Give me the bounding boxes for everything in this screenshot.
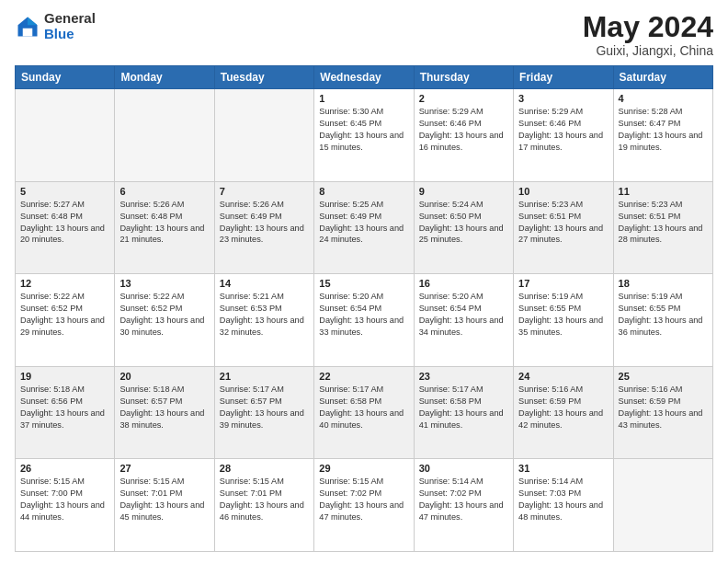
logo-icon <box>15 14 40 40</box>
day-number: 24 <box>518 371 608 382</box>
table-row: 23Sunrise: 5:17 AM Sunset: 6:58 PM Dayli… <box>414 366 513 459</box>
table-row: 16Sunrise: 5:20 AM Sunset: 6:54 PM Dayli… <box>414 274 513 367</box>
table-row: 5Sunrise: 5:27 AM Sunset: 6:48 PM Daylig… <box>16 181 115 274</box>
table-row: 20Sunrise: 5:18 AM Sunset: 6:57 PM Dayli… <box>115 366 214 459</box>
table-row: 24Sunrise: 5:16 AM Sunset: 6:59 PM Dayli… <box>514 366 613 459</box>
day-info: Sunrise: 5:17 AM Sunset: 6:58 PM Dayligh… <box>319 384 408 431</box>
table-row: 12Sunrise: 5:22 AM Sunset: 6:52 PM Dayli… <box>16 274 115 367</box>
table-row: 18Sunrise: 5:19 AM Sunset: 6:55 PM Dayli… <box>613 274 712 367</box>
day-info: Sunrise: 5:15 AM Sunset: 7:00 PM Dayligh… <box>20 476 109 523</box>
table-row: 28Sunrise: 5:15 AM Sunset: 7:01 PM Dayli… <box>214 459 313 552</box>
table-row: 1Sunrise: 5:30 AM Sunset: 6:45 PM Daylig… <box>314 89 414 182</box>
header: General Blue May 2024 Guixi, Jiangxi, Ch… <box>15 11 713 58</box>
calendar-table: Sunday Monday Tuesday Wednesday Thursday… <box>15 65 713 552</box>
day-number: 5 <box>20 186 109 197</box>
table-row: 13Sunrise: 5:22 AM Sunset: 6:52 PM Dayli… <box>115 274 214 367</box>
day-info: Sunrise: 5:17 AM Sunset: 6:57 PM Dayligh… <box>220 384 309 431</box>
day-number: 27 <box>119 463 209 474</box>
day-number: 26 <box>20 463 109 474</box>
calendar-week-row: 5Sunrise: 5:27 AM Sunset: 6:48 PM Daylig… <box>16 181 713 274</box>
table-row: 19Sunrise: 5:18 AM Sunset: 6:56 PM Dayli… <box>16 366 115 459</box>
day-info: Sunrise: 5:29 AM Sunset: 6:46 PM Dayligh… <box>518 106 608 154</box>
logo-general-label: General <box>44 11 96 27</box>
day-number: 23 <box>419 371 508 382</box>
day-number: 28 <box>220 463 309 474</box>
header-friday: Friday <box>514 66 613 89</box>
svg-rect-2 <box>23 28 33 36</box>
table-row: 27Sunrise: 5:15 AM Sunset: 7:01 PM Dayli… <box>115 459 214 552</box>
header-saturday: Saturday <box>613 66 712 89</box>
day-info: Sunrise: 5:26 AM Sunset: 6:49 PM Dayligh… <box>220 199 309 247</box>
table-row: 26Sunrise: 5:15 AM Sunset: 7:00 PM Dayli… <box>16 459 115 552</box>
day-info: Sunrise: 5:20 AM Sunset: 6:54 PM Dayligh… <box>319 291 408 339</box>
day-number: 21 <box>220 371 309 382</box>
day-number: 18 <box>619 278 708 289</box>
title-block: May 2024 Guixi, Jiangxi, China <box>583 11 713 58</box>
day-info: Sunrise: 5:23 AM Sunset: 6:51 PM Dayligh… <box>518 199 608 247</box>
day-number: 30 <box>419 463 508 474</box>
calendar-week-row: 12Sunrise: 5:22 AM Sunset: 6:52 PM Dayli… <box>16 274 713 367</box>
table-row: 30Sunrise: 5:14 AM Sunset: 7:02 PM Dayli… <box>414 459 513 552</box>
day-number: 17 <box>518 278 608 289</box>
day-number: 15 <box>319 278 408 289</box>
calendar-week-row: 26Sunrise: 5:15 AM Sunset: 7:00 PM Dayli… <box>16 459 713 552</box>
day-number: 10 <box>518 186 608 197</box>
day-number: 9 <box>419 186 508 197</box>
day-info: Sunrise: 5:19 AM Sunset: 6:55 PM Dayligh… <box>619 291 708 339</box>
table-row: 29Sunrise: 5:15 AM Sunset: 7:02 PM Dayli… <box>314 459 414 552</box>
table-row: 10Sunrise: 5:23 AM Sunset: 6:51 PM Dayli… <box>514 181 613 274</box>
day-info: Sunrise: 5:22 AM Sunset: 6:52 PM Dayligh… <box>20 291 109 339</box>
day-info: Sunrise: 5:24 AM Sunset: 6:50 PM Dayligh… <box>419 199 508 247</box>
table-row: 14Sunrise: 5:21 AM Sunset: 6:53 PM Dayli… <box>214 274 313 367</box>
day-number: 20 <box>119 371 209 382</box>
table-row: 4Sunrise: 5:28 AM Sunset: 6:47 PM Daylig… <box>613 89 712 182</box>
day-number: 16 <box>419 278 508 289</box>
table-row: 7Sunrise: 5:26 AM Sunset: 6:49 PM Daylig… <box>214 181 313 274</box>
day-info: Sunrise: 5:18 AM Sunset: 6:56 PM Dayligh… <box>20 384 109 431</box>
table-row: 25Sunrise: 5:16 AM Sunset: 6:59 PM Dayli… <box>613 366 712 459</box>
header-tuesday: Tuesday <box>214 66 313 89</box>
day-info: Sunrise: 5:19 AM Sunset: 6:55 PM Dayligh… <box>518 291 608 339</box>
svg-marker-1 <box>28 17 38 25</box>
table-row: 8Sunrise: 5:25 AM Sunset: 6:49 PM Daylig… <box>314 181 414 274</box>
day-info: Sunrise: 5:30 AM Sunset: 6:45 PM Dayligh… <box>319 106 408 154</box>
day-number: 19 <box>20 371 109 382</box>
header-wednesday: Wednesday <box>314 66 414 89</box>
weekday-header-row: Sunday Monday Tuesday Wednesday Thursday… <box>16 66 713 89</box>
day-info: Sunrise: 5:23 AM Sunset: 6:51 PM Dayligh… <box>619 199 708 247</box>
table-row: 15Sunrise: 5:20 AM Sunset: 6:54 PM Dayli… <box>314 274 414 367</box>
day-number: 8 <box>319 186 408 197</box>
day-number: 4 <box>619 93 708 104</box>
table-row <box>214 89 313 182</box>
table-row: 2Sunrise: 5:29 AM Sunset: 6:46 PM Daylig… <box>414 89 513 182</box>
day-info: Sunrise: 5:22 AM Sunset: 6:52 PM Dayligh… <box>119 291 209 339</box>
calendar-week-row: 1Sunrise: 5:30 AM Sunset: 6:45 PM Daylig… <box>16 89 713 182</box>
day-number: 3 <box>518 93 608 104</box>
day-info: Sunrise: 5:25 AM Sunset: 6:49 PM Dayligh… <box>319 199 408 247</box>
day-number: 13 <box>119 278 209 289</box>
table-row <box>115 89 214 182</box>
logo-blue-label: Blue <box>44 27 96 42</box>
day-number: 6 <box>119 186 209 197</box>
logo-text: General Blue <box>44 11 96 41</box>
day-number: 7 <box>220 186 309 197</box>
day-number: 11 <box>619 186 708 197</box>
day-info: Sunrise: 5:26 AM Sunset: 6:48 PM Dayligh… <box>119 199 209 247</box>
day-info: Sunrise: 5:21 AM Sunset: 6:53 PM Dayligh… <box>220 291 309 339</box>
day-info: Sunrise: 5:18 AM Sunset: 6:57 PM Dayligh… <box>119 384 209 431</box>
table-row: 17Sunrise: 5:19 AM Sunset: 6:55 PM Dayli… <box>514 274 613 367</box>
day-number: 12 <box>20 278 109 289</box>
day-number: 25 <box>619 371 708 382</box>
day-number: 29 <box>319 463 408 474</box>
day-number: 1 <box>319 93 408 104</box>
day-info: Sunrise: 5:15 AM Sunset: 7:01 PM Dayligh… <box>119 476 209 523</box>
table-row: 22Sunrise: 5:17 AM Sunset: 6:58 PM Dayli… <box>314 366 414 459</box>
day-info: Sunrise: 5:14 AM Sunset: 7:02 PM Dayligh… <box>419 476 508 523</box>
day-info: Sunrise: 5:28 AM Sunset: 6:47 PM Dayligh… <box>619 106 708 154</box>
calendar-week-row: 19Sunrise: 5:18 AM Sunset: 6:56 PM Dayli… <box>16 366 713 459</box>
day-info: Sunrise: 5:16 AM Sunset: 6:59 PM Dayligh… <box>619 384 708 431</box>
day-number: 31 <box>518 463 608 474</box>
table-row: 31Sunrise: 5:14 AM Sunset: 7:03 PM Dayli… <box>514 459 613 552</box>
header-thursday: Thursday <box>414 66 513 89</box>
table-row: 3Sunrise: 5:29 AM Sunset: 6:46 PM Daylig… <box>514 89 613 182</box>
